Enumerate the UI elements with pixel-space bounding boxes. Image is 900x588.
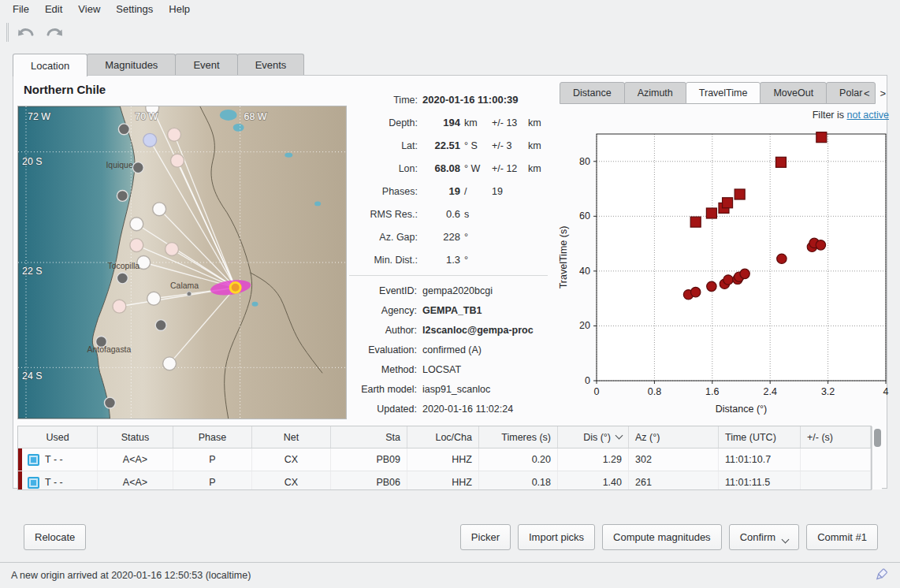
plot-tab-traveltime[interactable]: TravelTime (686, 82, 761, 104)
used-flags: T - - (45, 454, 63, 465)
table-scrollbar[interactable] (872, 426, 882, 489)
relocate-button[interactable]: Relocate (24, 524, 86, 550)
info-value: 1.3 (422, 254, 460, 266)
table-scrollbar-thumb[interactable] (874, 429, 881, 447)
import-picks-button[interactable]: Import picks (518, 524, 595, 550)
x-tick-label: 0.8 (648, 386, 661, 397)
traveltime-plot[interactable]: 00.81.62.43.24020406080Distance (°)Trave… (556, 126, 894, 419)
plot-tab-scroll-right-icon[interactable]: > (880, 87, 886, 99)
column-header-phase[interactable]: Phase (173, 426, 252, 448)
station-marker-dark[interactable] (117, 190, 128, 201)
data-point-s[interactable] (723, 198, 733, 208)
plot-tab-azimuth[interactable]: Azimuth (624, 82, 686, 104)
toolbar-grip[interactable] (6, 23, 9, 42)
data-point-s[interactable] (816, 132, 827, 143)
confirm-button[interactable]: Confirm (729, 524, 800, 550)
redo-button[interactable] (43, 22, 65, 43)
data-point-s[interactable] (706, 208, 716, 218)
tab-event[interactable]: Event (175, 54, 237, 76)
menu-file[interactable]: File (5, 0, 37, 19)
station-marker-pink[interactable] (130, 239, 143, 252)
x-tick-label: 4 (883, 386, 889, 397)
info-error: +/- 3 (490, 140, 526, 151)
column-header-dis[interactable]: Dis (°) (558, 426, 629, 448)
data-point-p[interactable] (740, 269, 749, 278)
info-label: Lat: (353, 140, 422, 151)
cell-phase: P (173, 448, 252, 471)
column-header-sta[interactable]: Sta (331, 426, 407, 448)
station-marker-dark[interactable] (132, 162, 143, 173)
arrivals-table[interactable]: UsedStatusPhaseNetStaLoc/ChaTimeres (s)D… (17, 426, 872, 490)
confirm-label: Confirm (740, 531, 776, 543)
cell-timeres: 0.20 (479, 448, 558, 471)
station-marker-white[interactable] (163, 357, 177, 370)
column-header-time-utc[interactable]: Time (UTC) (719, 426, 801, 448)
station-marker-white[interactable] (147, 292, 161, 305)
origin-meta-row: Method:LOCSAT (349, 359, 551, 379)
y-tick-label: 20 (579, 320, 590, 331)
origin-meta-panel: EventID:gempa2020bcgiAgency:GEMPA_TB1Aut… (349, 281, 551, 419)
city-label: Iquique (106, 161, 132, 169)
x-tick-label: 3.2 (821, 386, 835, 397)
station-marker-dark[interactable] (155, 320, 166, 331)
epicenter-marker[interactable] (230, 282, 240, 292)
table-row[interactable]: T - -A<A>PCXPB09HHZ0.201.2930211:01:10.7 (18, 448, 871, 471)
column-header-az[interactable]: Az (°) (629, 426, 719, 448)
picker-button[interactable]: Picker (460, 524, 511, 550)
info-value: 194 (422, 117, 460, 128)
plot-area[interactable] (597, 134, 886, 381)
column-header-s[interactable]: +/- (s) (801, 426, 871, 448)
column-header-label: Loc/Cha (435, 432, 472, 443)
used-checkbox[interactable] (28, 477, 39, 489)
station-marker-dark[interactable] (117, 273, 128, 284)
column-header-timeres-s[interactable]: Timeres (s) (479, 426, 558, 448)
undo-button[interactable] (15, 22, 37, 43)
station-marker-lavender[interactable] (143, 133, 157, 147)
menu-view[interactable]: View (70, 0, 108, 19)
compute-magnitudes-button[interactable]: Compute magnitudes (602, 524, 722, 550)
data-point-p[interactable] (707, 281, 716, 291)
station-marker-dark[interactable] (118, 124, 129, 135)
tab-events[interactable]: Events (237, 54, 305, 76)
info-label: Min. Dist.: (353, 255, 422, 266)
plot-tab-scroll-left-icon[interactable]: < (864, 87, 870, 99)
station-map[interactable]: IquiqueTocopillaCalamaAntofagasta72 W70 … (17, 106, 347, 419)
chevron-down-icon (782, 536, 790, 544)
data-point-p[interactable] (777, 254, 787, 263)
table-row[interactable]: T - -A<A>PCXPB06HHZ0.181.4026111:01:11.5 (18, 471, 871, 490)
tab-magnitudes[interactable]: Magnitudes (87, 54, 176, 76)
filter-link[interactable]: not active (846, 110, 889, 121)
menu-help[interactable]: Help (161, 0, 198, 19)
column-header-net[interactable]: Net (252, 426, 331, 448)
station-marker-pink[interactable] (165, 243, 179, 256)
station-marker-pink[interactable] (171, 154, 184, 167)
data-point-s[interactable] (775, 157, 786, 167)
column-header-loc-cha[interactable]: Loc/Cha (407, 426, 479, 448)
data-point-p[interactable] (723, 275, 733, 285)
station-marker-pink[interactable] (168, 128, 181, 141)
origin-info-row: RMS Res.:0.6s (353, 203, 550, 225)
cell-net: CX (252, 471, 331, 490)
sort-down-icon (615, 432, 623, 440)
data-point-s[interactable] (690, 217, 701, 227)
column-header-status[interactable]: Status (98, 426, 173, 448)
station-marker-white[interactable] (153, 203, 166, 216)
menu-settings[interactable]: Settings (108, 0, 161, 19)
station-marker-white[interactable] (130, 218, 143, 231)
origin-info-row: Lat:22.51° S+/- 3km (353, 134, 550, 157)
info-unit: / (460, 186, 490, 197)
used-checkbox[interactable] (28, 454, 39, 466)
data-point-p[interactable] (816, 240, 825, 250)
column-header-used[interactable]: Used (18, 426, 98, 448)
station-marker-dark[interactable] (104, 397, 115, 408)
tab-location[interactable]: Location (13, 54, 87, 76)
status-bar: A new origin arrived at 2020-01-16 12:50… (0, 562, 900, 588)
data-point-s[interactable] (735, 189, 745, 199)
menu-edit[interactable]: Edit (37, 0, 70, 19)
plot-tab-moveout[interactable]: MoveOut (760, 82, 827, 104)
commit-button[interactable]: Commit #1 (806, 524, 878, 550)
data-point-p[interactable] (690, 287, 700, 296)
action-buttons: Picker Import picks Compute magnitudes C… (460, 524, 878, 550)
plot-tab-distance[interactable]: Distance (560, 82, 625, 104)
station-marker-pink[interactable] (113, 300, 126, 313)
